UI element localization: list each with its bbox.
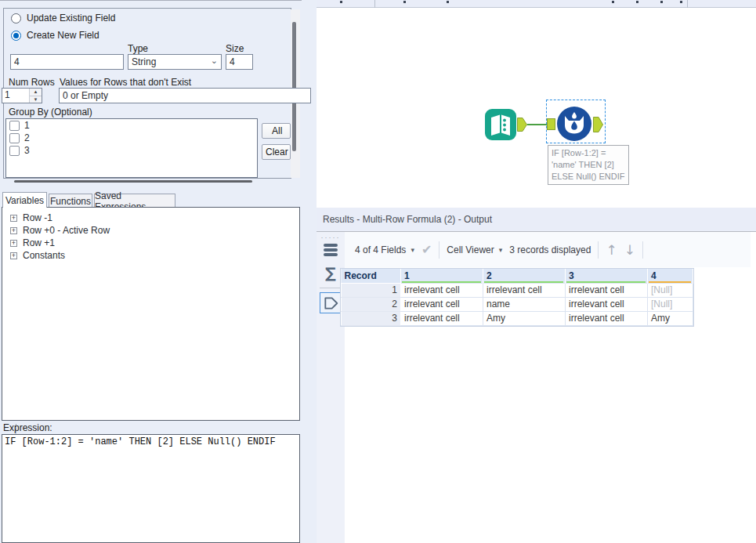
data-cell[interactable]: irrelevant cell [401,297,483,311]
data-cell[interactable]: Amy [483,311,566,325]
radio-selected-icon[interactable] [11,31,21,41]
record-number-cell[interactable]: 1 [342,283,401,297]
group-by-item-label: 1 [24,120,30,131]
records-displayed-text: 3 records displayed [509,244,591,255]
data-cell[interactable]: irrelevant cell [566,311,648,325]
data-cell[interactable]: irrelevant cell [566,283,648,297]
config-splitter-handle[interactable] [14,180,252,183]
chevron-down-icon: ⌄ [211,57,218,63]
null-data-cell[interactable]: [Null] [648,297,693,311]
divider [439,241,439,259]
data-cell[interactable]: irrelevant cell [483,283,566,297]
config-scrollbar-thumb[interactable] [292,22,296,151]
config-view-icon[interactable] [317,244,345,256]
table-row: 1 irrelevant cell irrelevant cell irrele… [342,283,693,297]
group-by-listbox[interactable]: 1 2 3 [5,118,258,178]
divider [320,288,342,288]
tab-label: Functions [50,196,91,207]
radio-icon[interactable] [11,13,21,24]
caret-down-icon[interactable]: ▾ [411,246,414,254]
radio-update-label: Update Existing Field [27,13,115,24]
output-anchor-icon[interactable] [593,117,603,132]
tool-annotation[interactable]: IF [Row-1:2] = 'name' THEN [2] ELSE Null… [548,145,629,185]
data-grid[interactable]: Record 1 2 3 4 1 irrelevant cell irrelev… [341,269,693,326]
radio-update-existing-field[interactable]: Update Existing Field [11,13,115,24]
select-all-button[interactable]: All [262,123,291,139]
data-cell[interactable]: Amy [648,311,693,325]
caret-down-icon[interactable]: ▾ [499,246,503,254]
output-anchor-icon[interactable] [517,118,527,132]
multi-row-formula-tool-icon[interactable] [557,107,591,141]
group-by-item-label: 2 [24,132,30,143]
fields-dropdown[interactable]: 4 of 4 Fields [355,244,406,255]
group-by-item-3[interactable]: 3 [6,144,257,157]
column-header-1[interactable]: 1 [401,269,483,283]
input-anchor-icon[interactable] [547,118,555,130]
column-header-3[interactable]: 3 [566,269,648,283]
column-header-record[interactable]: Record [342,269,401,283]
column-header-2[interactable]: 2 [483,269,566,283]
tree-item-row-0-active[interactable]: + Row +0 - Active Row [10,224,299,237]
data-cell[interactable]: irrelevant cell [401,311,483,325]
tab-variables[interactable]: Variables [2,192,47,208]
divider [0,0,302,1]
tree-item-label: Row -1 [23,212,52,223]
group-by-item-1[interactable]: 1 [6,119,257,132]
data-view-icon-selected[interactable] [320,292,342,313]
results-titlebar[interactable]: Results - Multi-Row Formula (2) - Output [317,208,756,232]
annotation-line: 'name' THEN [2] [552,159,625,171]
canvas-tab-strip [317,0,756,8]
clear-all-button[interactable]: Clear [262,144,291,160]
group-by-label: Group By (Optional) [9,107,92,118]
checkbox-icon[interactable] [9,133,20,143]
clear-button-label: Clear [266,147,288,157]
expression-editor[interactable]: IF [Row-1:2] = 'name' THEN [2] ELSE Null… [2,434,300,543]
text-input-tool-icon[interactable] [485,109,516,140]
expression-label: Expression: [3,422,52,433]
data-cell[interactable]: name [483,297,566,311]
size-input[interactable]: 4 [226,54,253,70]
expand-plus-icon[interactable]: + [10,240,17,247]
null-data-cell[interactable]: [Null] [648,283,693,297]
data-cell[interactable]: irrelevant cell [566,297,648,311]
values-for-rows-value: 0 or Empty [63,90,108,101]
data-cell[interactable]: irrelevant cell [401,283,483,297]
apply-check-icon[interactable]: ✔ [421,242,432,257]
tree-item-row-plus-1[interactable]: + Row +1 [10,237,299,249]
checkbox-icon[interactable] [9,121,20,131]
type-value: String [132,56,156,67]
tree-item-row-minus-1[interactable]: + Row -1 [10,212,299,224]
drag-handle-icon[interactable]: ····· [317,233,345,241]
stepper-up-icon[interactable]: ▲ [30,89,42,96]
tab-functions[interactable]: Functions [49,194,92,208]
field-name-value: 4 [14,56,20,67]
expand-plus-icon[interactable]: + [10,227,17,234]
num-rows-label: Num Rows [9,77,55,88]
column-header-4[interactable]: 4 [648,269,693,283]
field-name-input[interactable]: 4 [10,54,124,70]
tab-saved-expressions[interactable]: Saved Expressions [94,194,175,208]
scroll-down-icon[interactable]: ↓ [624,242,635,258]
radio-create-new-field[interactable]: Create New Field [11,30,99,41]
num-rows-stepper[interactable]: 1 ▲ ▼ [2,88,42,103]
type-dropdown[interactable]: String ⌄ [128,54,222,70]
tab-label: Variables [5,195,44,206]
record-number-cell[interactable]: 3 [342,311,401,325]
multi-row-formula-config-panel: Update Existing Field Create New Field T… [0,0,317,543]
record-number-cell[interactable]: 2 [342,297,401,311]
divider [642,241,643,259]
values-for-rows-input[interactable]: 0 or Empty [59,88,311,103]
scroll-up-icon[interactable]: ↑ [606,242,617,258]
expand-plus-icon[interactable]: + [10,215,17,222]
group-by-item-2[interactable]: 2 [6,132,257,144]
stepper-down-icon[interactable]: ▼ [30,96,42,103]
size-value: 4 [230,56,235,67]
annotation-line: IF [Row-1:2] = [552,147,625,159]
tree-item-constants[interactable]: + Constants [10,249,299,262]
checkbox-icon[interactable] [9,146,20,156]
workflow-canvas[interactable]: IF [Row-1:2] = 'name' THEN [2] ELSE Null… [317,0,756,208]
values-for-rows-label: Values for Rows that don't Exist [60,77,191,88]
variables-tree[interactable]: + Row -1 + Row +0 - Active Row + Row +1 … [2,207,300,421]
cell-viewer-dropdown[interactable]: Cell Viewer [447,244,494,255]
expand-plus-icon[interactable]: + [10,252,17,259]
